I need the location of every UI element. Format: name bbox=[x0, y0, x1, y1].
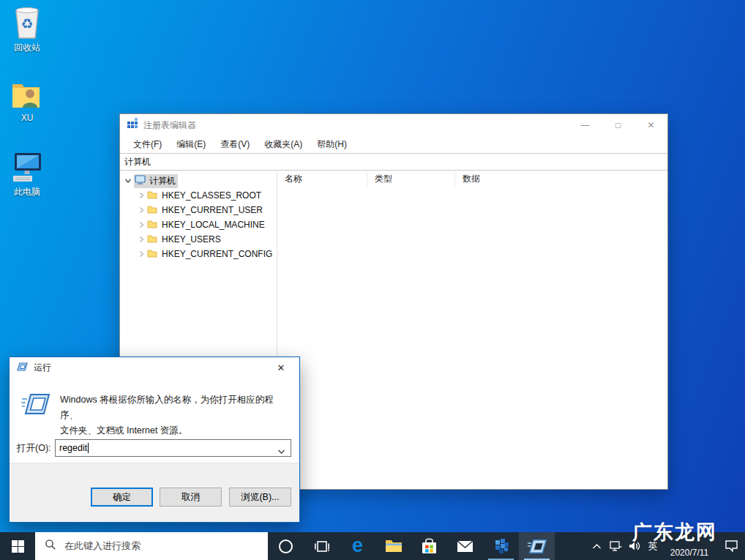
menu-edit[interactable]: 编辑(E) bbox=[169, 138, 213, 151]
tree-item-hkey-local-machine[interactable]: HKEY_LOCAL_MACHINE bbox=[120, 217, 277, 232]
tree-item-label: HKEY_USERS bbox=[162, 234, 221, 244]
close-icon[interactable]: ✕ bbox=[269, 357, 293, 378]
run-taskbar-icon bbox=[528, 539, 547, 554]
run-description: Windows 将根据你所输入的名称，为你打开相应的程序、 文件夹、文档或 In… bbox=[60, 392, 288, 438]
cortana-button[interactable] bbox=[268, 532, 304, 560]
close-button[interactable]: ✕ bbox=[634, 114, 667, 136]
network-icon bbox=[610, 541, 622, 552]
desktop-icon-user-folder[interactable]: XU bbox=[4, 75, 50, 123]
chevron-collapsed-icon[interactable] bbox=[137, 192, 146, 199]
chevron-collapsed-icon[interactable] bbox=[137, 221, 146, 228]
menu-view[interactable]: 查看(V) bbox=[213, 138, 257, 151]
action-center-icon bbox=[725, 540, 738, 552]
regedit-list-pane: 名称 类型 数据 bbox=[277, 171, 667, 489]
text-cursor bbox=[88, 443, 89, 453]
run-titlebar: 运行 ✕ bbox=[10, 357, 299, 378]
chevron-up-icon bbox=[592, 543, 602, 550]
speaker-icon bbox=[629, 541, 640, 551]
desktop-icon-this-pc[interactable]: 此电脑 bbox=[4, 149, 50, 198]
folder-icon bbox=[147, 249, 157, 260]
tree-item-label: HKEY_CURRENT_CONFIG bbox=[162, 249, 272, 259]
desktop-icon-label: 此电脑 bbox=[4, 186, 50, 198]
desktop: 广东龙网 ♻ 回收站 XU bbox=[0, 0, 745, 560]
svg-text:♻: ♻ bbox=[20, 16, 33, 31]
mail-icon bbox=[457, 540, 473, 553]
computer-icon bbox=[135, 175, 146, 187]
regedit-taskbar-icon bbox=[493, 537, 510, 555]
chevron-expanded-icon[interactable] bbox=[124, 177, 132, 184]
combo-dropdown-icon[interactable] bbox=[277, 444, 285, 458]
menu-favorites[interactable]: 收藏夹(A) bbox=[257, 138, 310, 151]
maximize-button[interactable]: □ bbox=[602, 114, 634, 136]
tree-item-hkey-current-config[interactable]: HKEY_CURRENT_CONFIG bbox=[120, 247, 277, 261]
tray-show-hidden-icons[interactable] bbox=[587, 532, 606, 560]
taskbar-regedit-button[interactable] bbox=[483, 532, 519, 560]
user-folder-icon bbox=[4, 75, 50, 111]
tray-volume-button[interactable] bbox=[625, 532, 644, 560]
tree-item-label: HKEY_CURRENT_USER bbox=[162, 205, 263, 215]
task-view-button[interactable] bbox=[304, 532, 340, 560]
cortana-icon bbox=[279, 540, 293, 553]
tree-item-label: HKEY_CLASSES_ROOT bbox=[162, 190, 261, 201]
desktop-icon-label: 回收站 bbox=[4, 42, 50, 54]
regedit-menubar: 文件(F) 编辑(E) 查看(V) 收藏夹(A) 帮助(H) bbox=[120, 136, 667, 153]
search-icon bbox=[45, 539, 56, 553]
desktop-icon-label: XU bbox=[4, 113, 50, 123]
tree-item-hkey-users[interactable]: HKEY_USERS bbox=[120, 232, 277, 247]
menu-help[interactable]: 帮助(H) bbox=[310, 138, 354, 151]
file-explorer-button[interactable] bbox=[375, 532, 411, 560]
tray-ime-indicator[interactable]: 英 bbox=[644, 532, 662, 560]
tray-network-button[interactable] bbox=[606, 532, 625, 560]
menu-file[interactable]: 文件(F) bbox=[126, 138, 169, 151]
tree-item-label: HKEY_LOCAL_MACHINE bbox=[162, 220, 265, 230]
run-dialog-title: 运行 bbox=[34, 362, 51, 374]
chevron-collapsed-icon[interactable] bbox=[137, 206, 146, 214]
open-label: 打开(O): bbox=[17, 442, 55, 455]
task-view-icon bbox=[315, 540, 329, 553]
tree-item-hkey-classes-root[interactable]: HKEY_CLASSES_ROOT bbox=[120, 188, 277, 203]
file-explorer-icon bbox=[385, 539, 403, 553]
edge-button[interactable]: e bbox=[340, 532, 375, 560]
taskbar-run-button[interactable] bbox=[519, 532, 555, 560]
chevron-collapsed-icon[interactable] bbox=[137, 250, 146, 258]
microsoft-store-icon bbox=[422, 538, 437, 554]
recycle-bin-icon: ♻ bbox=[4, 4, 50, 40]
chevron-collapsed-icon[interactable] bbox=[137, 236, 146, 243]
microsoft-store-button[interactable] bbox=[411, 532, 447, 560]
minimize-button[interactable]: — bbox=[569, 114, 602, 136]
folder-icon bbox=[147, 190, 157, 201]
run-dialog-icon bbox=[17, 362, 28, 373]
start-button[interactable] bbox=[0, 532, 35, 560]
tray-clock[interactable]: 2020/7/11 bbox=[662, 532, 717, 560]
edge-icon: e bbox=[352, 536, 363, 556]
run-input[interactable]: regedit bbox=[55, 439, 291, 457]
mail-button[interactable] bbox=[447, 532, 483, 560]
tree-item-label: 计算机 bbox=[149, 175, 176, 187]
windows-logo-icon bbox=[12, 540, 24, 553]
ok-button[interactable]: 确定 bbox=[91, 488, 153, 507]
run-big-icon bbox=[21, 392, 50, 438]
browse-button[interactable]: 浏览(B)... bbox=[229, 488, 291, 507]
column-header-name[interactable]: 名称 bbox=[277, 171, 367, 187]
system-tray: 英 2020/7/11 bbox=[587, 532, 745, 560]
regedit-address-bar[interactable]: 计算机 bbox=[120, 153, 667, 171]
column-header-data[interactable]: 数据 bbox=[455, 171, 667, 187]
desktop-icon-recycle-bin[interactable]: ♻ 回收站 bbox=[4, 4, 50, 54]
taskbar-search-input[interactable]: 在此键入进行搜索 bbox=[35, 532, 268, 560]
regedit-titlebar: 注册表编辑器 — □ ✕ bbox=[120, 114, 667, 136]
run-dialog: 运行 ✕ Windows 将根据你所输入的名称，为你打开相应的程序、 文件夹、文… bbox=[9, 356, 300, 523]
search-placeholder: 在此键入进行搜索 bbox=[64, 540, 141, 553]
run-button-area: 确定 取消 浏览(B)... bbox=[10, 463, 299, 522]
regedit-window-title: 注册表编辑器 bbox=[143, 119, 196, 132]
folder-icon bbox=[147, 205, 157, 216]
run-input-value: regedit bbox=[59, 443, 87, 453]
column-header-type[interactable]: 类型 bbox=[367, 171, 455, 187]
folder-icon bbox=[147, 220, 157, 231]
tree-item-computer[interactable]: 计算机 bbox=[120, 173, 277, 188]
action-center-button[interactable] bbox=[717, 532, 745, 560]
this-pc-icon bbox=[4, 149, 50, 184]
taskbar: 在此键入进行搜索 e bbox=[0, 532, 745, 560]
regedit-app-icon bbox=[127, 118, 138, 132]
cancel-button[interactable]: 取消 bbox=[160, 488, 222, 507]
tree-item-hkey-current-user[interactable]: HKEY_CURRENT_USER bbox=[120, 203, 277, 217]
